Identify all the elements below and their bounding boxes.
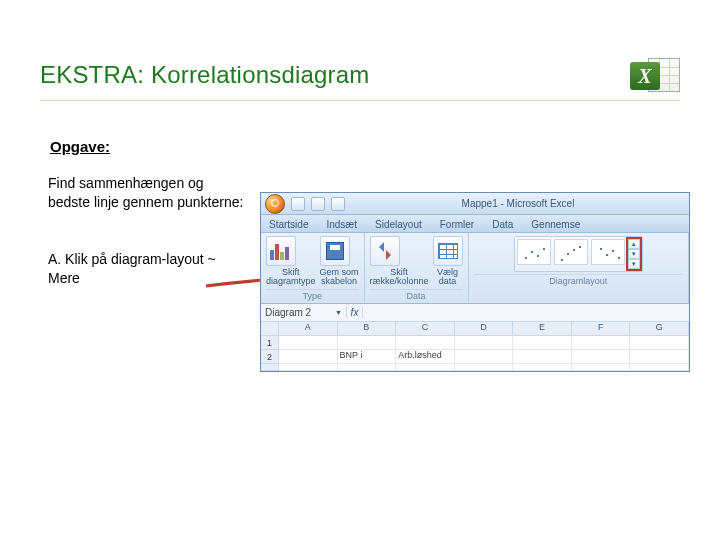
cell-b3[interactable] (338, 364, 397, 371)
cell-d3[interactable] (455, 364, 514, 371)
step-a-text: A. Klik på diagram-layout ~ Mere (48, 250, 228, 288)
group-name-diagramlayout: Diagramlayout (474, 274, 683, 286)
quick-access-toolbar: Mappe1 - Microsoft Excel (261, 193, 689, 215)
cell-a3[interactable] (279, 364, 338, 371)
cell-e3[interactable] (513, 364, 572, 371)
tab-gennemse[interactable]: Gennemse (527, 217, 584, 232)
layout-gallery-more-button[interactable]: ▴ ▾ ▾ (628, 239, 640, 269)
qat-undo-icon[interactable] (311, 197, 325, 211)
row-header-2[interactable]: 2 (261, 350, 279, 364)
ribbon-group-data: Skift række/kolonne Vælg data Data (365, 233, 469, 303)
ribbon: Skift diagramtype Gem som skabelon Type … (261, 233, 689, 304)
name-box-dropdown-icon[interactable]: ▼ (335, 309, 342, 316)
select-data-label: Vælg data (433, 268, 463, 287)
row-header-1[interactable]: 1 (261, 336, 279, 350)
cell-g2[interactable] (630, 350, 689, 364)
change-chart-type-label: Skift diagramtype (266, 268, 316, 287)
cell-a1[interactable] (279, 336, 338, 350)
cell-c1[interactable] (396, 336, 455, 350)
col-header-d[interactable]: D (455, 322, 514, 336)
fx-icon[interactable]: fx (347, 307, 363, 318)
opgave-heading: Opgave: (50, 138, 110, 155)
cell-c2[interactable]: Arb.løshed (396, 350, 455, 364)
layout-thumb-3[interactable] (591, 239, 625, 265)
col-header-e[interactable]: E (513, 322, 572, 336)
tab-sidelayout[interactable]: Sidelayout (371, 217, 426, 232)
worksheet: A B C D E F G 1 2 BNP i Arb.løshed (261, 322, 689, 371)
cell-e1[interactable] (513, 336, 572, 350)
cell-e2[interactable] (513, 350, 572, 364)
cell-c3[interactable] (396, 364, 455, 371)
cell-g1[interactable] (630, 336, 689, 350)
save-as-template-button[interactable] (320, 236, 350, 266)
excel-logo-icon: X (630, 56, 680, 94)
cell-d1[interactable] (455, 336, 514, 350)
group-name-type: Type (266, 289, 359, 301)
chart-layout-gallery[interactable]: ▴ ▾ ▾ (514, 236, 643, 272)
name-box[interactable]: Diagram 2 ▼ (261, 307, 347, 318)
cell-a2[interactable] (279, 350, 338, 364)
intro-text: Find sammenhængen og bedste linje gennem… (48, 174, 248, 212)
cell-g3[interactable] (630, 364, 689, 371)
cell-d2[interactable] (455, 350, 514, 364)
more-dropdown-icon[interactable]: ▾ (628, 259, 640, 269)
cell-f1[interactable] (572, 336, 631, 350)
switch-row-column-button[interactable] (370, 236, 400, 266)
tab-startside[interactable]: Startside (265, 217, 312, 232)
title-divider (40, 100, 680, 101)
ribbon-group-type: Skift diagramtype Gem som skabelon Type (261, 233, 365, 303)
name-box-value: Diagram 2 (265, 307, 311, 318)
cell-b2[interactable]: BNP i (338, 350, 397, 364)
qat-redo-icon[interactable] (331, 197, 345, 211)
col-header-g[interactable]: G (630, 322, 689, 336)
tab-indsaet[interactable]: Indsæt (322, 217, 361, 232)
switch-row-column-label: Skift række/kolonne (370, 268, 429, 287)
change-chart-type-button[interactable] (266, 236, 296, 266)
formula-bar-row: Diagram 2 ▼ fx (261, 304, 689, 322)
layout-thumb-1[interactable] (517, 239, 551, 265)
layout-thumb-2[interactable] (554, 239, 588, 265)
window-title: Mappe1 - Microsoft Excel (351, 198, 685, 209)
col-header-f[interactable]: F (572, 322, 631, 336)
scroll-down-icon[interactable]: ▾ (628, 249, 640, 259)
cell-b1[interactable] (338, 336, 397, 350)
save-as-template-label: Gem som skabelon (320, 268, 359, 287)
select-all-corner[interactable] (261, 322, 279, 336)
ribbon-tabs: Startside Indsæt Sidelayout Formler Data… (261, 215, 689, 233)
tab-data[interactable]: Data (488, 217, 517, 232)
cell-f3[interactable] (572, 364, 631, 371)
excel-screenshot: Mappe1 - Microsoft Excel Startside Indsæ… (260, 192, 690, 372)
ribbon-group-diagramlayout: ▴ ▾ ▾ Diagramlayout (469, 233, 689, 303)
scroll-up-icon[interactable]: ▴ (628, 239, 640, 249)
col-header-b[interactable]: B (338, 322, 397, 336)
group-name-data: Data (370, 289, 463, 301)
qat-save-icon[interactable] (291, 197, 305, 211)
row-header-3[interactable] (261, 364, 279, 371)
slide-title: EKSTRA: Korrelationsdiagram (40, 61, 370, 89)
col-header-a[interactable]: A (279, 322, 338, 336)
cell-f2[interactable] (572, 350, 631, 364)
col-header-c[interactable]: C (396, 322, 455, 336)
select-data-button[interactable] (433, 236, 463, 266)
tab-formler[interactable]: Formler (436, 217, 478, 232)
office-button-icon[interactable] (265, 194, 285, 214)
